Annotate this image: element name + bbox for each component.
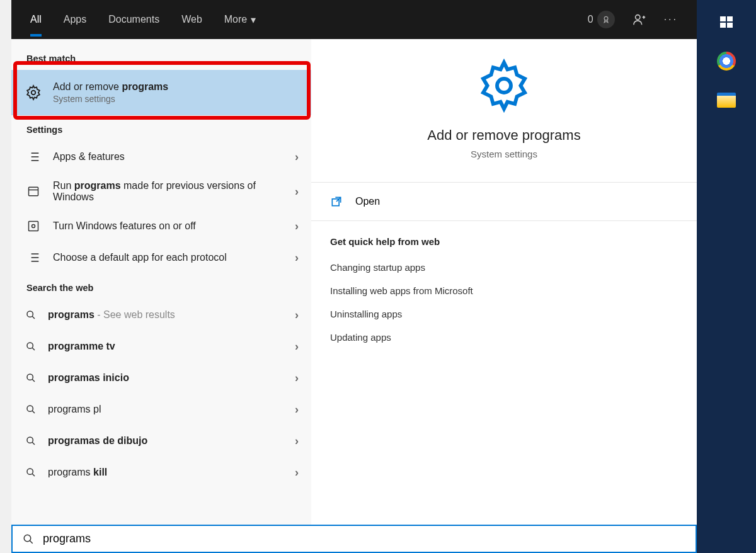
windows-start-icon[interactable] — [716, 11, 737, 33]
result-title: Run programs made for previous versions … — [53, 180, 284, 203]
result-title: programas inicio — [48, 372, 284, 384]
web-result-programs-kill[interactable]: programs kill › — [11, 457, 311, 488]
svg-line-26 — [32, 411, 35, 413]
result-title: Choose a default app for each protocol — [53, 252, 284, 263]
web-result-programs-pl[interactable]: programs pl › — [11, 394, 311, 425]
result-title: programs - See web results — [48, 309, 284, 321]
rewards-count[interactable]: 0 — [588, 11, 615, 28]
svg-point-19 — [27, 311, 33, 317]
result-title: programas de dibujo — [48, 435, 284, 447]
help-link[interactable]: Uninstalling apps — [311, 302, 697, 326]
result-title: Add or remove programs — [53, 81, 299, 93]
svg-line-30 — [32, 474, 35, 476]
web-result-programs[interactable]: programs - See web results › — [11, 299, 311, 331]
svg-rect-38 — [727, 23, 733, 28]
file-explorer-icon[interactable] — [716, 89, 737, 111]
svg-point-27 — [27, 437, 33, 443]
svg-point-25 — [27, 406, 33, 411]
account-icon[interactable] — [633, 13, 646, 26]
svg-point-0 — [604, 16, 608, 20]
svg-point-31 — [497, 79, 511, 93]
web-result-programme-tv[interactable]: programme tv › — [11, 331, 311, 362]
result-title: programme tv — [48, 341, 284, 352]
svg-point-33 — [24, 535, 31, 542]
more-options-icon[interactable]: ··· — [664, 14, 678, 25]
search-window: All Apps Documents Web More ▾ 0 ··· — [11, 0, 697, 553]
result-title: Apps & features — [53, 151, 284, 162]
svg-point-2 — [32, 91, 36, 95]
help-link[interactable]: Updating apps — [311, 326, 697, 349]
chevron-right-icon: › — [295, 466, 299, 479]
search-icon — [23, 533, 34, 545]
web-result-programas-dibujo[interactable]: programas de dibujo › — [11, 425, 311, 457]
search-icon — [25, 401, 37, 418]
chevron-right-icon: › — [295, 340, 299, 353]
taskbar — [697, 0, 756, 553]
chevron-right-icon: › — [295, 403, 299, 416]
medal-icon — [597, 11, 615, 28]
result-title: programs kill — [48, 467, 284, 478]
svg-rect-9 — [29, 187, 38, 195]
section-search-web: Search the web — [11, 273, 311, 299]
web-result-programas-inicio[interactable]: programas inicio › — [11, 362, 311, 394]
help-link[interactable]: Installing web apps from Microsoft — [311, 279, 697, 302]
window-icon — [25, 183, 42, 200]
svg-point-1 — [635, 15, 639, 20]
open-label: Open — [355, 196, 380, 207]
section-best-match: Best match — [11, 44, 311, 70]
svg-line-28 — [32, 442, 35, 445]
search-icon — [25, 307, 37, 323]
features-icon — [25, 218, 42, 234]
tab-more[interactable]: More ▾ — [224, 1, 256, 38]
chevron-right-icon: › — [295, 435, 299, 448]
preview-title: Add or remove programs — [427, 127, 580, 144]
tab-documents[interactable]: Documents — [108, 1, 159, 38]
svg-line-20 — [32, 316, 35, 319]
list-icon — [25, 149, 42, 165]
svg-point-29 — [27, 469, 33, 474]
svg-point-23 — [27, 374, 33, 380]
svg-point-12 — [32, 225, 35, 228]
rewards-count-value: 0 — [588, 14, 593, 25]
preview-pane: Add or remove programs System settings O… — [311, 39, 697, 525]
result-apps-features[interactable]: Apps & features › — [11, 141, 311, 173]
help-link[interactable]: Changing startup apps — [311, 256, 697, 279]
preview-help-header: Get quick help from web — [311, 221, 697, 256]
search-icon — [25, 370, 37, 386]
chevron-right-icon: › — [295, 309, 299, 322]
result-subtitle: System settings — [53, 94, 299, 104]
result-title: Turn Windows features on or off — [53, 220, 284, 232]
gear-icon — [476, 58, 532, 113]
result-run-compat[interactable]: Run programs made for previous versions … — [11, 173, 311, 210]
result-windows-features[interactable]: Turn Windows features on or off › — [11, 210, 311, 242]
chevron-right-icon: › — [295, 151, 299, 164]
tab-all[interactable]: All — [30, 1, 42, 38]
svg-line-22 — [32, 348, 35, 350]
tab-web[interactable]: Web — [181, 1, 202, 38]
result-default-protocol[interactable]: Choose a default app for each protocol › — [11, 242, 311, 273]
search-bar[interactable] — [11, 525, 697, 553]
svg-rect-35 — [720, 16, 726, 21]
open-action[interactable]: Open — [311, 183, 697, 220]
chrome-icon[interactable] — [716, 50, 737, 72]
search-tabs: All Apps Documents Web More ▾ 0 ··· — [11, 0, 697, 39]
tab-more-label: More — [224, 14, 247, 25]
search-input[interactable] — [43, 532, 685, 545]
svg-point-21 — [27, 343, 33, 348]
gear-icon — [25, 84, 42, 101]
chevron-right-icon: › — [295, 251, 299, 265]
svg-rect-37 — [720, 23, 726, 28]
search-icon — [25, 464, 37, 481]
preview-subtitle: System settings — [471, 149, 537, 159]
result-title: programs pl — [48, 404, 284, 415]
chevron-right-icon: › — [295, 220, 299, 233]
open-icon — [330, 195, 343, 208]
svg-rect-36 — [727, 16, 733, 21]
results-pane: Best match Add or remove programs System… — [11, 39, 311, 525]
svg-line-34 — [30, 540, 33, 544]
tab-apps[interactable]: Apps — [64, 1, 86, 38]
tabs-right-controls: 0 ··· — [588, 11, 678, 28]
chevron-down-icon: ▾ — [251, 14, 256, 26]
result-best-match[interactable]: Add or remove programs System settings — [11, 70, 311, 115]
svg-rect-11 — [29, 222, 38, 231]
